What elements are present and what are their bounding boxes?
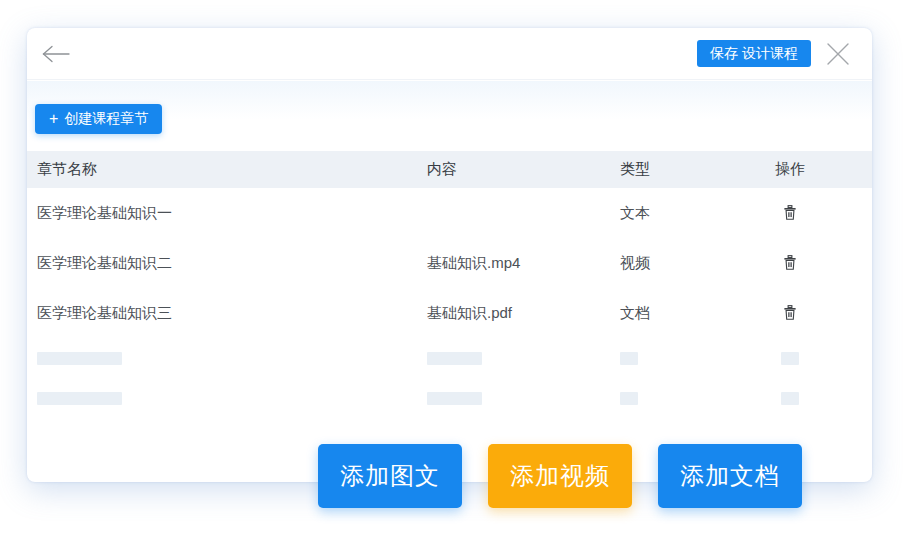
action-cell <box>760 301 820 325</box>
delete-row-button[interactable] <box>778 201 802 225</box>
close-button[interactable] <box>824 40 852 68</box>
create-chapter-label: 创建课程章节 <box>64 110 148 128</box>
plus-icon: + <box>49 111 58 127</box>
placeholder-row <box>27 338 872 378</box>
add-button-label: 添加视频 <box>510 462 610 489</box>
course-design-dialog: 保存 设计课程 + 创建课程章节 章节名称 内容 类型 操作 <box>27 28 872 482</box>
add-button-1[interactable]: 添加视频 <box>488 444 632 508</box>
action-cell <box>760 251 820 275</box>
add-button-0[interactable]: 添加图文 <box>318 444 462 508</box>
create-chapter-button[interactable]: + 创建课程章节 <box>35 104 162 134</box>
arrow-left-icon <box>41 45 71 63</box>
table-header-row: 章节名称 内容 类型 操作 <box>27 151 872 188</box>
header-chapter-name: 章节名称 <box>37 160 427 179</box>
placeholder-bar <box>620 352 638 365</box>
header-action: 操作 <box>760 160 820 179</box>
placeholder-bar <box>781 352 799 365</box>
add-button-label: 添加图文 <box>340 462 440 489</box>
placeholder-bar <box>427 352 482 365</box>
back-button[interactable] <box>39 42 73 66</box>
delete-row-button[interactable] <box>778 251 802 275</box>
header-content: 内容 <box>427 160 620 179</box>
table-row: 医学理论基础知识二 基础知识.mp4 视频 <box>27 238 872 288</box>
content-cell: 基础知识.mp4 <box>427 254 620 273</box>
footer-buttons: 添加图文 添加视频 添加文档 <box>318 444 802 508</box>
header-type: 类型 <box>620 160 760 179</box>
type-cell: 文档 <box>620 304 760 323</box>
type-cell: 视频 <box>620 254 760 273</box>
toolbar: + 创建课程章节 <box>27 81 872 151</box>
chapter-name-cell: 医学理论基础知识二 <box>37 254 427 273</box>
placeholder-bar <box>37 392 122 405</box>
action-cell <box>760 201 820 225</box>
placeholder-bar <box>620 392 638 405</box>
placeholder-bar <box>781 392 799 405</box>
placeholder-bar <box>427 392 482 405</box>
chapter-table: 章节名称 内容 类型 操作 医学理论基础知识一 文本 <box>27 151 872 418</box>
save-course-button[interactable]: 保存 设计课程 <box>697 40 811 67</box>
placeholder-row <box>27 378 872 418</box>
add-button-2[interactable]: 添加文档 <box>658 444 802 508</box>
type-cell: 文本 <box>620 204 760 223</box>
table-row: 医学理论基础知识三 基础知识.pdf 文档 <box>27 288 872 338</box>
delete-row-button[interactable] <box>778 301 802 325</box>
chapter-name-cell: 医学理论基础知识一 <box>37 204 427 223</box>
close-icon <box>825 41 851 67</box>
trash-icon <box>781 254 799 272</box>
titlebar: 保存 设计课程 <box>27 28 872 80</box>
screen: 保存 设计课程 + 创建课程章节 章节名称 内容 类型 操作 <box>0 0 908 539</box>
table-body: 医学理论基础知识一 文本 <box>27 188 872 418</box>
chapter-name-cell: 医学理论基础知识三 <box>37 304 427 323</box>
add-button-label: 添加文档 <box>680 462 780 489</box>
table-row: 医学理论基础知识一 文本 <box>27 188 872 238</box>
trash-icon <box>781 204 799 222</box>
trash-icon <box>781 304 799 322</box>
content-cell: 基础知识.pdf <box>427 304 620 323</box>
placeholder-bar <box>37 352 122 365</box>
